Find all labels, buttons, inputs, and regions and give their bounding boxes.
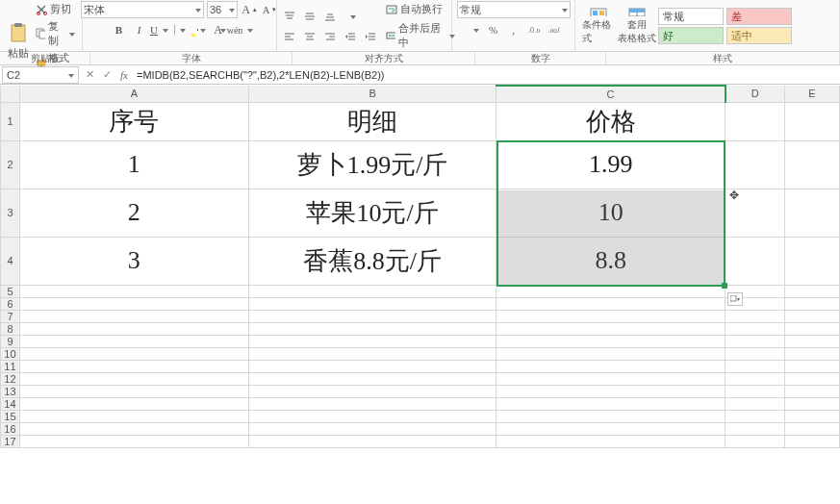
align-top-button[interactable] [281,8,298,25]
currency-button[interactable]: $ [465,21,482,38]
cell-B4[interactable]: 香蕉8.8元/斤 [248,237,496,285]
col-header-D[interactable]: D [725,86,785,102]
row-header-9[interactable]: 9 [1,335,20,347]
format-as-table-button[interactable]: 套用 表格格式 [618,6,656,46]
cell-D1[interactable] [725,102,785,140]
underline-button[interactable]: U [151,21,168,38]
increase-font-button[interactable]: A▴ [241,1,258,18]
cut-button[interactable]: 剪切 [33,1,78,17]
cell-A2[interactable]: 1 [19,140,248,189]
cell-D3[interactable] [725,189,785,237]
col-header-C[interactable]: C [496,86,725,102]
fill-color-button[interactable] [191,21,209,38]
accept-formula-button[interactable]: ✓ [98,68,115,81]
number-format-combo[interactable]: 常规 [457,1,571,18]
chevron-down-icon [66,69,74,81]
cell-A4[interactable]: 3 [19,237,248,285]
decrease-decimal-button[interactable]: .00.0 [546,21,563,38]
cell-C1[interactable]: 价格 [496,102,725,140]
cell-A5[interactable] [19,285,248,297]
row-header-8[interactable]: 8 [1,322,20,335]
align-right-button[interactable] [321,28,339,45]
phonetic-button[interactable]: wén [232,21,249,38]
cancel-formula-button[interactable]: ✕ [81,68,98,81]
autofill-options-button[interactable] [727,292,743,306]
copy-button[interactable]: 复制 [33,18,78,49]
format-as-table-label: 套用 表格格式 [618,18,656,45]
align-bottom-button[interactable] [321,8,339,25]
align-center-button[interactable] [301,28,318,45]
svg-text:ab: ab [344,11,345,22]
wrap-icon [386,4,397,15]
row-header-1[interactable]: 1 [1,102,20,140]
row-header-3[interactable]: 3 [1,189,20,237]
cell-D2[interactable] [725,140,785,189]
conditional-format-button[interactable]: 条件格式 [579,6,618,46]
style-neutral[interactable]: 适中 [726,27,792,44]
style-normal[interactable]: 常规 [658,8,724,25]
cell-E2[interactable] [785,140,840,189]
row-header-10[interactable]: 10 [1,347,20,360]
decrease-indent-button[interactable] [342,28,359,45]
align-middle-icon [304,11,316,22]
comma-button[interactable]: , [505,21,522,38]
chevron-down-icon [227,4,235,15]
cell-C2[interactable]: 1.99 [496,140,725,189]
col-header-B[interactable]: B [248,86,496,102]
cell-A3[interactable]: 2 [19,189,248,237]
col-header-E[interactable]: E [785,86,840,102]
cell-E1[interactable] [785,102,840,140]
font-name-combo[interactable]: 宋体 [81,1,204,18]
chevron-down-icon [245,24,253,36]
cell-B2[interactable]: 萝卜1.99元/斤 [248,140,496,189]
decrease-font-button[interactable]: A▾ [261,1,278,18]
row-header-6[interactable]: 6 [1,297,20,310]
increase-indent-button[interactable] [362,28,379,45]
row-header-5[interactable]: 5 [1,285,20,297]
increase-decimal-button[interactable]: .0.00 [525,21,543,38]
cell-E4[interactable] [785,237,840,285]
cut-icon [36,4,47,15]
cell-E3[interactable] [785,189,840,237]
cell-B1[interactable]: 明细 [248,102,496,140]
cell-B3[interactable]: 苹果10元/斤 [248,189,496,237]
formula-input[interactable]: =MIDB(B2,SEARCHB("?",B2),2*LEN(B2)-LENB(… [133,69,840,81]
percent-button[interactable]: % [485,21,502,38]
select-all-corner[interactable] [1,86,20,102]
italic-button[interactable]: I [131,21,148,38]
col-header-A[interactable]: A [19,86,248,102]
chevron-down-icon [193,4,201,15]
border-button[interactable] [171,21,189,38]
bold-button[interactable]: B [111,21,128,38]
row-header-14[interactable]: 14 [1,397,20,410]
row-header-7[interactable]: 7 [1,310,20,322]
row-header-12[interactable]: 12 [1,372,20,385]
cell-A1[interactable]: 序号 [19,102,248,140]
style-bad[interactable]: 差 [726,8,792,25]
spreadsheet-grid[interactable]: A B C D E 1 序号 明细 价格 2 1 萝卜1.99元/斤 1.99 … [0,85,840,504]
cell-C3[interactable]: 10 [496,189,725,237]
svg-rect-53 [730,295,736,301]
row-header-17[interactable]: 17 [1,435,20,447]
align-middle-button[interactable] [301,8,318,25]
wrap-text-button[interactable]: 自动换行 [383,1,458,17]
name-box[interactable]: C2 [2,66,79,84]
chevron-down-icon [178,24,186,36]
merge-center-button[interactable]: 合并后居中 [383,20,458,51]
fx-icon[interactable]: fx [115,69,133,81]
row-header-15[interactable]: 15 [1,410,20,422]
cell-C4[interactable]: 8.8 [496,237,725,285]
row-header-4[interactable]: 4 [1,237,20,285]
font-size-combo[interactable]: 36 [207,1,238,18]
group-font: 宋体 36 A▴ A▾ B I U A [83,0,277,51]
align-left-button[interactable] [281,28,298,45]
cell-D4[interactable] [725,237,785,285]
style-good[interactable]: 好 [658,27,724,44]
orientation-button[interactable]: ab [342,8,359,25]
group-number: 常规 $ % , .0.00 .00.0 [452,0,575,51]
paste-icon [9,22,28,43]
row-header-11[interactable]: 11 [1,360,20,372]
row-header-2[interactable]: 2 [1,140,20,189]
row-header-13[interactable]: 13 [1,385,20,397]
row-header-16[interactable]: 16 [1,422,20,435]
